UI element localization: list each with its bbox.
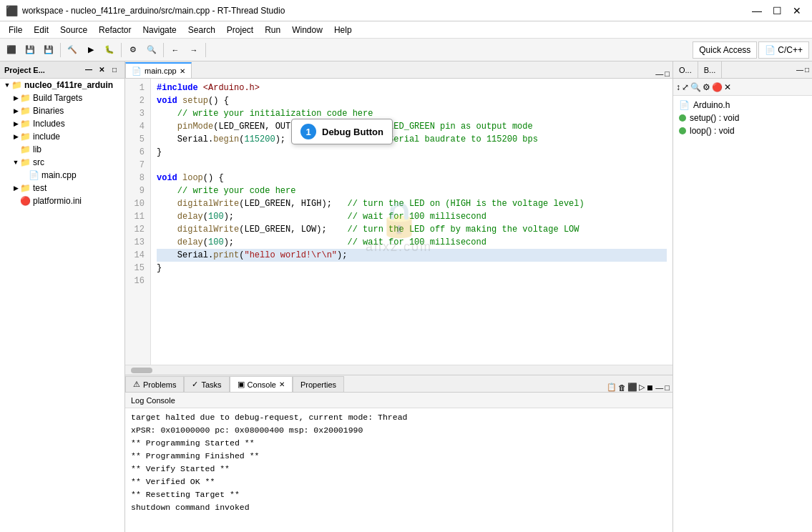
btab-icon4[interactable]: ▷ bbox=[639, 383, 645, 392]
tree-item-includes[interactable]: ▶ 📁 Includes bbox=[0, 117, 124, 130]
btab-icon7[interactable]: □ bbox=[665, 383, 670, 392]
rt-icon2[interactable]: ⤢ bbox=[682, 82, 689, 92]
btab-icon5[interactable]: ⏹ bbox=[646, 383, 654, 392]
rp-icon-max[interactable]: □ bbox=[805, 66, 809, 74]
tree-item-test[interactable]: ▶ 📁 test bbox=[0, 182, 124, 194]
minimize-button[interactable]: — bbox=[748, 3, 766, 19]
horizontal-scrollbar[interactable] bbox=[125, 365, 672, 375]
right-panel: O... B... — □ ↕ ⤢ 🔍 ⚙ 🔴 ✕ 📄 Arduino.h bbox=[672, 61, 812, 532]
outline-item-arduino[interactable]: 📄 Arduino.h bbox=[676, 99, 809, 112]
arrow-include: ▶ bbox=[11, 133, 20, 140]
tab-problems[interactable]: ⚠ Problems bbox=[125, 376, 184, 392]
panel-icon-collapse[interactable]: — bbox=[83, 64, 94, 76]
console-line-6: ** Verified OK ** bbox=[131, 476, 667, 488]
sep1 bbox=[60, 43, 61, 57]
console-line-4: ** Programming Finished ** bbox=[131, 450, 667, 463]
console-tab-close[interactable]: ✕ bbox=[279, 380, 285, 388]
console-line-3: ** Programming Started ** bbox=[131, 437, 667, 450]
console-icon: ▣ bbox=[238, 380, 245, 389]
arrow-root: ▼ bbox=[3, 82, 11, 89]
tree-label-platformio: platformio.ini bbox=[33, 196, 82, 206]
console-line-1: target halted due to debug-request, curr… bbox=[131, 411, 667, 424]
tab-properties[interactable]: Properties bbox=[293, 376, 344, 392]
project-tree: ▼ 📁 nucleo_f411re_arduin ▶ 📁 Build Targe… bbox=[0, 79, 124, 532]
right-tab-outline[interactable]: O... bbox=[673, 61, 698, 78]
btab-icon1[interactable]: 📋 bbox=[607, 383, 617, 392]
menu-search[interactable]: Search bbox=[182, 21, 221, 38]
panel-icon-max[interactable]: □ bbox=[109, 64, 120, 76]
tab-maincpp[interactable]: 📄 main.cpp ✕ bbox=[125, 62, 192, 78]
sep4 bbox=[205, 43, 206, 57]
close-button[interactable]: ✕ bbox=[788, 3, 806, 19]
tree-item-maincpp[interactable]: 📄 main.cpp bbox=[0, 169, 124, 182]
menu-project[interactable]: Project bbox=[221, 21, 259, 38]
panel-icon-close[interactable]: ✕ bbox=[96, 64, 107, 76]
rt-icon1[interactable]: ↕ bbox=[676, 82, 680, 92]
window-title: workspace - nucleo_f411re_arduino/src/ma… bbox=[22, 6, 748, 16]
tb-btn-6[interactable]: ← bbox=[167, 41, 184, 59]
menu-navigate[interactable]: Navigate bbox=[137, 21, 182, 38]
tree-item-binaries[interactable]: ▶ 📁 Binaries bbox=[0, 104, 124, 117]
new-button[interactable]: ⬛ bbox=[3, 41, 20, 59]
tb-btn-5[interactable]: 🔍 bbox=[143, 41, 160, 59]
tree-item-include[interactable]: ▶ 📁 include bbox=[0, 130, 124, 143]
tab-close-icon[interactable]: ✕ bbox=[180, 67, 185, 75]
cpp-label: C/C++ bbox=[778, 45, 803, 55]
rt-icon4[interactable]: ⚙ bbox=[703, 82, 710, 92]
cpp-button[interactable]: 📄 C/C++ bbox=[758, 41, 809, 59]
code-content[interactable]: #include <Arduino.h>void setup() { // wr… bbox=[151, 79, 672, 365]
maximize-button[interactable]: ☐ bbox=[768, 3, 786, 19]
right-tab-build[interactable]: B... bbox=[698, 61, 723, 78]
outline-item-setup[interactable]: setup() : void bbox=[676, 112, 809, 124]
menu-run[interactable]: Run bbox=[259, 21, 286, 38]
quick-access-button[interactable]: Quick Access bbox=[693, 41, 757, 59]
loop-label: loop() : void bbox=[690, 126, 735, 136]
save-button[interactable]: 💾 bbox=[21, 41, 39, 59]
tab-console[interactable]: ▣ Console ✕ bbox=[230, 376, 293, 392]
arrow-test: ▶ bbox=[11, 184, 20, 192]
menu-source[interactable]: Source bbox=[54, 21, 93, 38]
line-numbers: 12345678910111213141516 bbox=[125, 79, 151, 365]
debug-button[interactable]: 🐛 bbox=[101, 41, 118, 59]
outline-item-loop[interactable]: loop() : void bbox=[676, 124, 809, 137]
tab-maximize-icon[interactable]: □ bbox=[665, 69, 670, 78]
code-editor[interactable]: 12345678910111213141516 #include <Arduin… bbox=[125, 79, 672, 375]
menu-bar: File Edit Source Refactor Navigate Searc… bbox=[0, 21, 812, 39]
tab-minimize-icon[interactable]: — bbox=[655, 69, 663, 78]
loop-dot bbox=[679, 127, 686, 134]
menu-edit[interactable]: Edit bbox=[28, 21, 54, 38]
menu-refactor[interactable]: Refactor bbox=[93, 21, 137, 38]
console-content: target halted due to debug-request, curr… bbox=[125, 408, 672, 532]
rt-icon6[interactable]: ✕ bbox=[724, 82, 731, 92]
btab-icon3[interactable]: ⬛ bbox=[627, 383, 637, 392]
panel-header-icons: — ✕ □ bbox=[83, 64, 120, 76]
btab-icon2[interactable]: 🗑 bbox=[618, 383, 626, 392]
menu-help[interactable]: Help bbox=[328, 21, 358, 38]
tree-item-buildtargets[interactable]: ▶ 📁 Build Targets bbox=[0, 92, 124, 104]
icon-maincpp: 📄 bbox=[29, 170, 39, 180]
tree-item-src[interactable]: ▼ 📁 src bbox=[0, 156, 124, 169]
btab-icon6[interactable]: — bbox=[655, 383, 663, 392]
tab-tasks[interactable]: ✓ Tasks bbox=[184, 376, 229, 392]
run-button[interactable]: ▶ bbox=[82, 41, 99, 59]
properties-label: Properties bbox=[300, 380, 336, 389]
menu-file[interactable]: File bbox=[3, 21, 28, 38]
tree-item-lib[interactable]: 📁 lib bbox=[0, 143, 124, 156]
menu-window[interactable]: Window bbox=[286, 21, 328, 38]
tree-item-root[interactable]: ▼ 📁 nucleo_f411re_arduin bbox=[0, 79, 124, 92]
save-all-button[interactable]: 💾 bbox=[40, 41, 57, 59]
tab-bar-icons: — □ bbox=[652, 69, 672, 78]
tree-label-maincpp: main.cpp bbox=[41, 170, 77, 180]
build-button[interactable]: 🔨 bbox=[64, 41, 81, 59]
tree-item-platformio[interactable]: 🔴 platformio.ini bbox=[0, 194, 124, 207]
app-icon: ⬛ bbox=[6, 5, 18, 16]
rt-icon5[interactable]: 🔴 bbox=[712, 82, 723, 92]
icon-src: 📁 bbox=[20, 157, 31, 167]
title-bar: ⬛ workspace - nucleo_f411re_arduino/src/… bbox=[0, 0, 812, 21]
rp-icon-min[interactable]: — bbox=[796, 66, 803, 74]
rt-icon3[interactable]: 🔍 bbox=[690, 82, 701, 92]
tb-btn-4[interactable]: ⚙ bbox=[124, 41, 142, 59]
icon-platformio: 🔴 bbox=[20, 196, 31, 206]
center-panel: 📄 main.cpp ✕ — □ 12345678910111213141516 bbox=[125, 61, 672, 375]
tb-btn-7[interactable]: → bbox=[185, 41, 202, 59]
